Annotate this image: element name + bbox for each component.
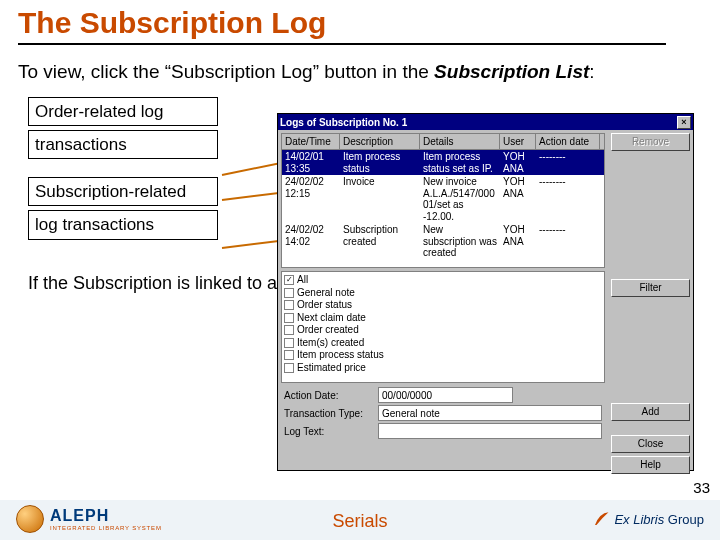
check-order-created[interactable]: Order created xyxy=(284,324,602,337)
exlibris-group: Group xyxy=(668,512,704,527)
checkbox-icon[interactable] xyxy=(284,325,294,335)
label-trans-type: Transaction Type: xyxy=(284,408,374,419)
check-label: Order created xyxy=(297,324,359,337)
intro-emph: Subscription List xyxy=(434,61,589,82)
order-line-1: Order-related log xyxy=(28,97,218,126)
form-area: Action Date: Transaction Type: Log Text: xyxy=(281,383,605,443)
cell-user: YOH ANA xyxy=(500,150,536,175)
col-user: User xyxy=(500,134,536,149)
cell-desc: Subscription created xyxy=(340,223,420,260)
checkbox-icon[interactable] xyxy=(284,338,294,348)
checkbox-icon[interactable]: ✓ xyxy=(284,275,294,285)
label-log-text: Log Text: xyxy=(284,426,374,437)
cell-det: New subscription was created xyxy=(420,223,500,260)
dialog-title-text: Logs of Subscription No. 1 xyxy=(280,117,407,128)
cell-ad: -------- xyxy=(536,175,600,223)
cell-dt: 24/02/02 12:15 xyxy=(282,175,340,223)
cell-desc: Invoice xyxy=(340,175,420,223)
slide-title: The Subscription Log xyxy=(18,6,666,45)
cell-user: YOH ANA xyxy=(500,175,536,223)
page-number: 33 xyxy=(693,479,710,496)
check-general-note[interactable]: General note xyxy=(284,287,602,300)
check-item-process[interactable]: Item process status xyxy=(284,349,602,362)
log-grid[interactable]: Date/Time Description Details User Actio… xyxy=(281,133,605,268)
checkbox-icon[interactable] xyxy=(284,313,294,323)
help-button[interactable]: Help xyxy=(611,456,690,474)
cell-det: Item process status set as IP. xyxy=(420,150,500,175)
checkbox-icon[interactable] xyxy=(284,363,294,373)
log-dialog: Logs of Subscription No. 1 × Date/Time D… xyxy=(277,113,694,471)
check-label: All xyxy=(297,274,308,287)
intro-pre: To view, click the “Subscription Log” bu… xyxy=(18,61,434,82)
aleph-tagline: INTEGRATED LIBRARY SYSTEM xyxy=(50,525,162,531)
col-details: Details xyxy=(420,134,500,149)
aleph-logo: ALEPH INTEGRATED LIBRARY SYSTEM xyxy=(16,505,162,533)
cell-desc: Item process status xyxy=(340,150,420,175)
exlibris-logo: Ex Libris Group xyxy=(592,510,704,528)
check-label: Item(s) created xyxy=(297,337,364,350)
check-label: Estimated price xyxy=(297,362,366,375)
checkbox-icon[interactable] xyxy=(284,350,294,360)
close-icon[interactable]: × xyxy=(677,116,691,129)
intro-post: : xyxy=(589,61,594,82)
sub-line-2: log transactions xyxy=(28,210,218,239)
check-order-status[interactable]: Order status xyxy=(284,299,602,312)
col-datetime: Date/Time xyxy=(282,134,340,149)
action-date-field[interactable] xyxy=(378,387,513,403)
transaction-type-field[interactable] xyxy=(378,405,602,421)
check-all[interactable]: ✓All xyxy=(284,274,602,287)
globe-icon xyxy=(16,505,44,533)
sub-line-1: Subscription-related xyxy=(28,177,218,206)
close-button[interactable]: Close xyxy=(611,435,690,453)
order-line-2: transactions xyxy=(28,130,218,159)
col-actiondate: Action date xyxy=(536,134,600,149)
aleph-text: ALEPH xyxy=(50,507,162,525)
label-action-date: Action Date: xyxy=(284,390,374,401)
checkbox-icon[interactable] xyxy=(284,288,294,298)
check-next-claim[interactable]: Next claim date xyxy=(284,312,602,325)
grid-header: Date/Time Description Details User Actio… xyxy=(282,134,604,150)
check-label: Item process status xyxy=(297,349,384,362)
intro-text: To view, click the “Subscription Log” bu… xyxy=(18,59,702,85)
remove-button[interactable]: Remove Ac.Date xyxy=(611,133,690,151)
grid-row[interactable]: 24/02/02 14:02 Subscription created New … xyxy=(282,223,604,260)
grid-row[interactable]: 14/02/01 13:35 Item process status Item … xyxy=(282,150,604,175)
exlibris-text: Ex Libris xyxy=(614,512,664,527)
leaf-icon xyxy=(592,510,610,528)
log-text-field[interactable] xyxy=(378,423,602,439)
cell-det: New invoice A.L.A./5147/000 01/set as -1… xyxy=(420,175,500,223)
grid-row[interactable]: 24/02/02 12:15 Invoice New invoice A.L.A… xyxy=(282,175,604,223)
col-description: Description xyxy=(340,134,420,149)
dialog-titlebar: Logs of Subscription No. 1 × xyxy=(278,114,693,130)
check-label: Next claim date xyxy=(297,312,366,325)
filter-button[interactable]: Filter xyxy=(611,279,690,297)
cell-dt: 24/02/02 14:02 xyxy=(282,223,340,260)
filter-checklist: ✓All General note Order status Next clai… xyxy=(281,271,605,383)
checkbox-icon[interactable] xyxy=(284,300,294,310)
check-est-price[interactable]: Estimated price xyxy=(284,362,602,375)
footer-center: Serials xyxy=(332,511,387,532)
cell-ad: -------- xyxy=(536,150,600,175)
check-label: Order status xyxy=(297,299,352,312)
check-label: General note xyxy=(297,287,355,300)
cell-dt: 14/02/01 13:35 xyxy=(282,150,340,175)
cell-user: YOH ANA xyxy=(500,223,536,260)
add-button[interactable]: Add xyxy=(611,403,690,421)
cell-ad: -------- xyxy=(536,223,600,260)
check-items-created[interactable]: Item(s) created xyxy=(284,337,602,350)
